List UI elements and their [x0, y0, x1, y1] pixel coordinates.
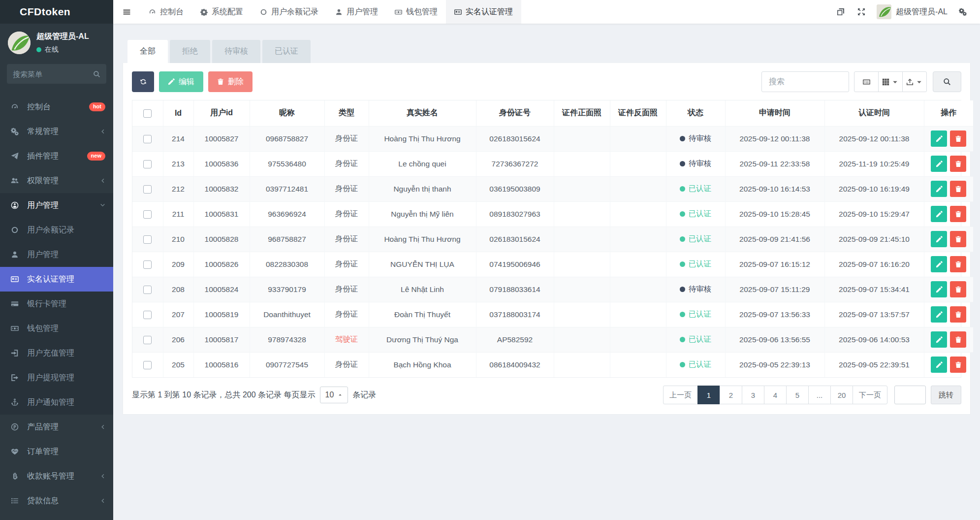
row-checkbox[interactable] [143, 160, 152, 168]
row-checkbox[interactable] [143, 286, 152, 294]
view-button[interactable] [902, 71, 927, 92]
fullscreen-button[interactable] [851, 0, 872, 24]
page-item[interactable]: 3 [742, 386, 764, 404]
row-delete-button[interactable] [950, 181, 966, 197]
page-size-select[interactable]: 10 [320, 387, 348, 403]
sidebar-item[interactable]: 钱包管理 [0, 316, 113, 341]
page-item[interactable]: 20 [830, 386, 853, 404]
tab[interactable]: 待审核 [212, 40, 260, 63]
table-row[interactable]: 21010005828968758827身份证Hoàng Thị Thu Hươ… [132, 227, 973, 252]
row-checkbox[interactable] [143, 361, 152, 369]
topnav-item[interactable]: 用户管理 [327, 0, 386, 24]
table-search-input[interactable] [761, 71, 849, 92]
row-delete-button[interactable] [950, 256, 966, 272]
page-item[interactable]: ... [808, 386, 831, 404]
table-row[interactable]: 214100058270968758827身份证Hoàng Thị Thu Hư… [132, 126, 973, 151]
sidebar-item[interactable]: 权限管理 [0, 168, 113, 193]
view-button[interactable] [878, 71, 903, 92]
row-checkbox[interactable] [143, 336, 152, 344]
topnav-item[interactable]: 用户余额记录 [252, 0, 327, 24]
row-checkbox[interactable] [143, 135, 152, 143]
table-row[interactable]: 20810005824933790179身份证Lê Nhật Linh07918… [132, 277, 973, 302]
page-item[interactable]: 5 [786, 386, 809, 404]
row-checkbox[interactable] [143, 210, 152, 219]
sidebar-item[interactable]: 用户充值管理 [0, 341, 113, 365]
row-edit-button[interactable] [931, 156, 947, 172]
cell-id: 212 [163, 176, 193, 201]
row-delete-button[interactable] [950, 357, 966, 373]
topnav-item[interactable]: 钱包管理 [386, 0, 446, 24]
select-all-checkbox[interactable] [143, 109, 152, 118]
sidebar-item[interactable]: 用户通知管理 [0, 390, 113, 415]
tab[interactable]: 拒绝 [170, 40, 210, 63]
row-edit-button[interactable] [931, 256, 947, 272]
user-menu[interactable]: 超级管理员-AL [872, 4, 952, 19]
sidebar-item[interactable]: 产品管理 [0, 415, 113, 439]
topnav-item[interactable]: 系统配置 [192, 0, 252, 24]
edit-button[interactable]: 编辑 [159, 71, 203, 92]
sidebar-item[interactable]: 订单管理 [0, 439, 113, 464]
sidebar-item[interactable]: 用户余额记录 [0, 218, 113, 242]
row-edit-button[interactable] [931, 281, 947, 297]
sidebar-item[interactable]: 插件管理new [0, 144, 113, 168]
view-button[interactable] [854, 71, 879, 92]
jump-button[interactable]: 跳转 [931, 386, 961, 404]
sidebar-item[interactable]: 用户管理 [0, 193, 113, 218]
tab[interactable]: 全部 [127, 40, 168, 63]
row-delete-button[interactable] [950, 130, 966, 147]
money-icon [11, 325, 21, 332]
table-row[interactable]: 21110005831963696924身份证Nguyễn thị Mỹ liê… [132, 201, 973, 227]
page-item[interactable]: 2 [720, 386, 742, 404]
users-icon [11, 177, 21, 185]
sidebar-item[interactable]: 收款账号管理 [0, 464, 113, 488]
row-edit-button[interactable] [931, 206, 947, 222]
row-delete-button[interactable] [950, 206, 966, 222]
row-delete-button[interactable] [950, 156, 966, 172]
table-row[interactable]: 209100058260822830308身份证NGUYỄN THỊ LỤA07… [132, 252, 973, 277]
delete-button[interactable]: 删除 [208, 71, 253, 92]
page-item[interactable]: 1 [697, 386, 720, 404]
caret-down-icon [891, 78, 899, 86]
page-item[interactable]: 下一页 [853, 386, 887, 404]
page-item[interactable]: 上一页 [663, 386, 698, 404]
row-edit-button[interactable] [931, 130, 947, 147]
row-checkbox[interactable] [143, 260, 152, 269]
row-edit-button[interactable] [931, 231, 947, 247]
refresh-button[interactable] [132, 71, 154, 92]
row-delete-button[interactable] [950, 231, 966, 247]
row-delete-button[interactable] [950, 281, 966, 297]
jump-page-input[interactable] [894, 386, 926, 404]
sidebar-item[interactable]: 贷款信息 [0, 488, 113, 513]
clone-button[interactable] [830, 0, 851, 24]
row-edit-button[interactable] [931, 181, 947, 197]
row-delete-button[interactable] [950, 331, 966, 348]
sidebar-item[interactable]: 常规管理 [0, 119, 113, 144]
row-delete-button[interactable] [950, 306, 966, 323]
sidebar-item[interactable]: 银行卡管理 [0, 292, 113, 316]
user-icon [11, 251, 21, 259]
row-edit-button[interactable] [931, 357, 947, 373]
table-row[interactable]: 205100058160907727545身份证Bạch Hồng Khoa08… [132, 352, 973, 377]
settings-button[interactable] [952, 0, 973, 24]
row-edit-button[interactable] [931, 306, 947, 323]
tab[interactable]: 已认证 [262, 40, 311, 63]
row-edit-button[interactable] [931, 331, 947, 348]
table-row[interactable]: 20710005819Doanthithuyet身份证Đoàn Thị Thuy… [132, 302, 973, 327]
sidebar-item[interactable]: 控制台hot [0, 95, 113, 119]
sidebar-item[interactable]: 实名认证管理 [0, 267, 113, 292]
search-button[interactable] [933, 71, 961, 92]
row-checkbox[interactable] [143, 235, 152, 244]
sidebar-item[interactable]: 用户提现管理 [0, 365, 113, 390]
sidebar-item[interactable]: 用户管理 [0, 242, 113, 267]
table-row[interactable]: 20610005817978974328驾驶证Dương Thị Thuý Ng… [132, 327, 973, 352]
topnav-item[interactable]: 实名认证管理 [446, 0, 521, 24]
topnav-item[interactable]: 控制台 [140, 0, 192, 24]
table-row[interactable]: 21310005836975536480身份证Le chồng quei7273… [132, 151, 973, 176]
table-row[interactable]: 212100058320397712481身份证Nguyễn thị thanh… [132, 176, 973, 201]
menu-toggle-button[interactable] [113, 0, 140, 24]
cell-type: 身份证 [324, 352, 369, 377]
row-checkbox[interactable] [143, 311, 152, 319]
row-checkbox[interactable] [143, 185, 152, 194]
page-item[interactable]: 4 [764, 386, 787, 404]
sidebar-search-input[interactable] [13, 70, 93, 78]
